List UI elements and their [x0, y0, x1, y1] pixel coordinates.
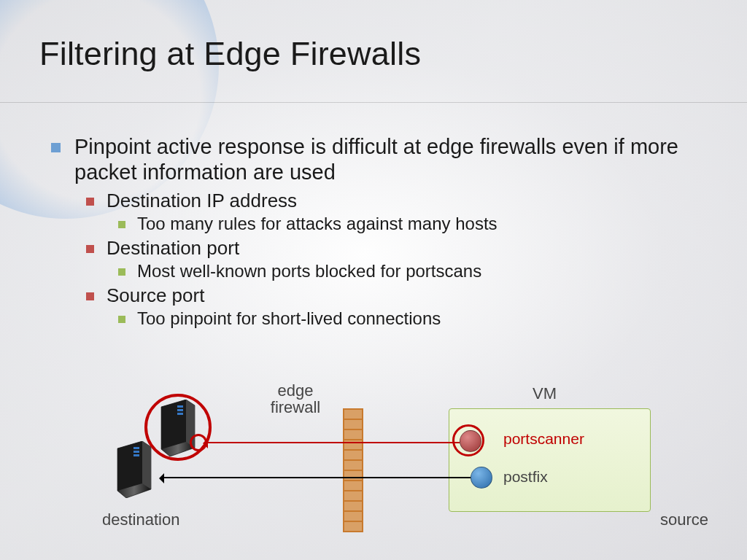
postfix-label: postfix: [503, 468, 548, 486]
server-icon: [113, 441, 155, 498]
bullet-dest-ip-sub: Too many rules for attacks against many …: [118, 214, 708, 235]
portscanner-label: portscanner: [503, 430, 584, 448]
bullet-dest-port-sub: Most well-known ports blocked for portsc…: [118, 261, 708, 282]
source-label: source: [660, 510, 708, 529]
slide-body: Pinpoint active response is difficult at…: [51, 131, 708, 332]
title-divider: [0, 102, 747, 103]
bullet-dest-port: Destination port Most well-known ports b…: [86, 237, 708, 282]
svg-rect-11: [133, 454, 139, 456]
svg-rect-9: [133, 447, 139, 449]
bullet-main-text: Pinpoint active response is difficult at…: [74, 135, 678, 184]
portscanner-highlight-ring: [452, 424, 484, 456]
slide-title: Filtering at Edge Firewalls: [39, 35, 421, 73]
edge-firewall-label: edgefirewall: [252, 382, 339, 416]
arrow-postfix: [164, 477, 471, 478]
bullet-src-port: Source port Too pinpoint for short-lived…: [86, 284, 708, 330]
vm-label: VM: [533, 384, 557, 403]
svg-rect-10: [133, 451, 139, 453]
arrow-portscanner: [208, 442, 460, 443]
bullet-src-port-sub: Too pinpoint for short-lived connections: [118, 308, 708, 330]
vm-box: [449, 408, 651, 512]
bullet-dest-ip: Destination IP address Too many rules fo…: [86, 190, 708, 235]
bullet-main: Pinpoint active response is difficult at…: [51, 134, 708, 330]
postfix-node-icon: [471, 467, 492, 489]
destination-label: destination: [102, 510, 179, 529]
svg-marker-8: [142, 441, 151, 489]
network-diagram: edgefirewall VM portscanner postfix dest…: [88, 386, 700, 547]
slide: Filtering at Edge Firewalls Pinpoint act…: [0, 0, 747, 560]
firewall-icon: [343, 408, 363, 532]
